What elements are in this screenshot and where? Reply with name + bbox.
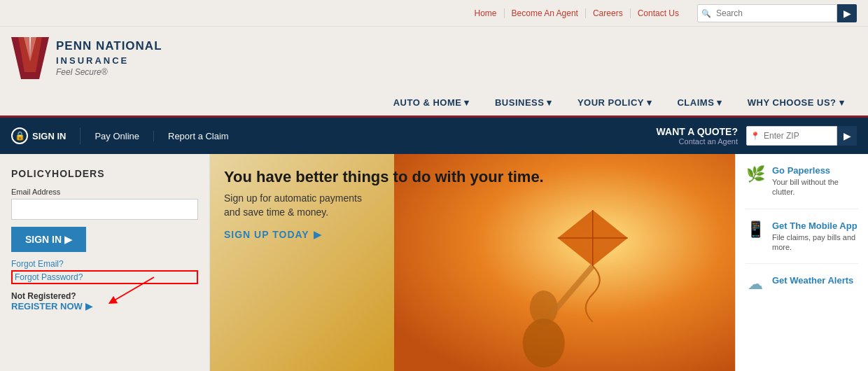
email-input[interactable] [11, 199, 198, 220]
right-item-paperless: 🌿 Go Paperless Your bill without the clu… [746, 165, 858, 209]
zip-box: ▶ [746, 126, 857, 146]
svg-point-4 [522, 318, 564, 368]
top-nav: Home Become An Agent Careers Contact Us … [0, 0, 868, 27]
sidebar: POLICYHOLDERS Email Address SIGN IN ▶ Fo… [0, 154, 210, 371]
pay-online-link[interactable]: Pay Online [80, 131, 154, 141]
svg-line-2 [112, 277, 154, 302]
main-nav: AUTO & HOME BUSINESS YOUR POLICY CLAIMS … [0, 90, 868, 118]
weather-title[interactable]: Get Weather Alerts [772, 275, 853, 286]
zip-input-wrapper [746, 126, 837, 146]
logo-company-name: PENN NATIONAL INSURANCE [56, 39, 162, 68]
register-arrow: ▶ [85, 301, 92, 312]
want-quote-title: WANT A QUOTE? [657, 126, 738, 137]
nav-item-business[interactable]: BUSINESS [482, 90, 565, 115]
signup-link[interactable]: SIGN UP TODAY ▶ [224, 229, 544, 240]
nav-item-why-choose-us[interactable]: WHY CHOOSE US? [735, 90, 857, 115]
search-button[interactable]: ▶ [837, 4, 857, 22]
email-label: Email Address [11, 188, 198, 196]
nav-link-contact-us[interactable]: Contact Us [631, 8, 686, 18]
signin-link[interactable]: 🔒 SIGN IN [11, 127, 80, 144]
main-text: You have better things to do with your t… [224, 168, 544, 240]
zip-submit-button[interactable]: ▶ [837, 126, 857, 146]
register-label: REGISTER NOW [11, 301, 83, 312]
phone-icon: 📱 [746, 220, 765, 239]
header: PENN NATIONAL INSURANCE Feel Secure® [0, 27, 868, 90]
main-content: You have better things to do with your t… [210, 154, 735, 371]
cloud-icon: ☁ [746, 275, 765, 293]
zip-input[interactable] [746, 126, 837, 146]
search-input-wrapper [697, 4, 837, 22]
nav-item-auto-home[interactable]: AUTO & HOME [381, 90, 482, 115]
main-subtext: Sign up for automatic payments and save … [224, 192, 544, 219]
right-item-mobile: 📱 Get The Mobile App File claims, pay bi… [746, 220, 858, 265]
mobile-text: Get The Mobile App File claims, pay bill… [772, 220, 858, 253]
lock-icon: 🔒 [11, 127, 28, 144]
want-quote: WANT A QUOTE? Contact an Agent [657, 126, 738, 146]
right-item-weather: ☁ Get Weather Alerts [746, 275, 858, 304]
main-nav-items: AUTO & HOME BUSINESS YOUR POLICY CLAIMS … [381, 90, 857, 115]
logo-text: PENN NATIONAL INSURANCE Feel Secure® [56, 39, 162, 78]
contact-agent-label: Contact an Agent [657, 137, 738, 146]
paperless-title[interactable]: Go Paperless [772, 165, 858, 176]
nav-link-home[interactable]: Home [468, 8, 505, 18]
signup-label: SIGN UP TODAY [224, 229, 309, 240]
nav-link-careers[interactable]: Careers [586, 8, 631, 18]
weather-text: Get Weather Alerts [772, 275, 853, 286]
forgot-email-link[interactable]: Forgot Email? [11, 259, 198, 269]
leaf-icon: 🌿 [746, 165, 765, 183]
right-sidebar: 🌿 Go Paperless Your bill without the clu… [735, 154, 868, 371]
logo-tagline: Feel Secure® [56, 67, 162, 77]
signin-bar-right: WANT A QUOTE? Contact an Agent ▶ [657, 126, 857, 146]
nav-item-your-policy[interactable]: YOUR POLICY [565, 90, 665, 115]
signup-arrow: ▶ [314, 229, 322, 240]
logo-icon [11, 37, 49, 79]
search-box: ▶ [697, 4, 857, 22]
content-area: POLICYHOLDERS Email Address SIGN IN ▶ Fo… [0, 154, 868, 371]
nav-item-claims[interactable]: CLAIMS [664, 90, 734, 115]
paperless-desc: Your bill without the clutter. [772, 177, 858, 197]
paperless-text: Go Paperless Your bill without the clutt… [772, 165, 858, 197]
top-nav-links: Home Become An Agent Careers Contact Us [468, 8, 686, 18]
signin-bar: 🔒 SIGN IN Pay Online Report a Claim WANT… [0, 118, 868, 154]
signin-bar-left: 🔒 SIGN IN Pay Online Report a Claim [11, 127, 243, 144]
signin-label: SIGN IN [32, 131, 66, 141]
mobile-desc: File claims, pay bills and more. [772, 232, 858, 253]
logo-area: PENN NATIONAL INSURANCE Feel Secure® [11, 37, 162, 79]
red-arrow-indicator [98, 274, 168, 312]
report-claim-link[interactable]: Report a Claim [154, 131, 243, 141]
mobile-title[interactable]: Get The Mobile App [772, 220, 858, 231]
sidebar-title: POLICYHOLDERS [11, 168, 198, 179]
signin-button[interactable]: SIGN IN ▶ [11, 227, 86, 252]
search-input[interactable] [697, 4, 837, 22]
nav-link-become-agent[interactable]: Become An Agent [505, 8, 586, 18]
main-headline: You have better things to do with your t… [224, 168, 544, 186]
